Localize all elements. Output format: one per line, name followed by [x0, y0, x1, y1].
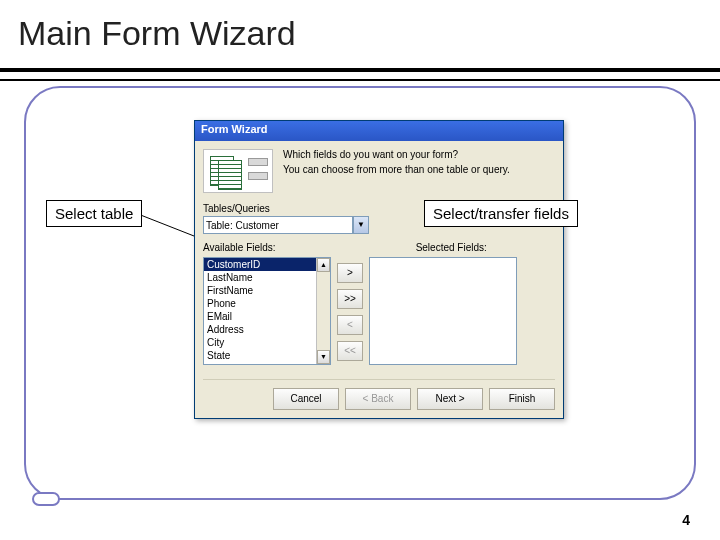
- callout-select-transfer: Select/transfer fields: [424, 200, 578, 227]
- callout-select-table: Select table: [46, 200, 142, 227]
- move-all-left-button[interactable]: <<: [337, 341, 363, 361]
- wizard-msg-line2: You can choose from more than one table …: [283, 164, 510, 175]
- form-wizard-dialog: Form Wizard Which fields do you want on …: [194, 120, 564, 419]
- scroll-down-icon[interactable]: ▼: [317, 350, 330, 364]
- list-item[interactable]: EMail: [204, 310, 330, 323]
- finish-button[interactable]: Finish: [489, 388, 555, 410]
- list-item[interactable]: City: [204, 336, 330, 349]
- list-item[interactable]: Address: [204, 323, 330, 336]
- list-item[interactable]: CustomerID: [204, 258, 330, 271]
- selected-fields-label: Selected Fields:: [416, 242, 487, 253]
- tables-queries-input[interactable]: [203, 216, 353, 234]
- wizard-icon: [203, 149, 273, 193]
- move-left-button[interactable]: <: [337, 315, 363, 335]
- mid-rule: [0, 79, 720, 81]
- wizard-message: Which fields do you want on your form? Y…: [283, 149, 510, 179]
- frame-tab: [32, 492, 60, 506]
- available-fields-listbox[interactable]: CustomerID LastName FirstName Phone EMai…: [203, 257, 331, 365]
- move-right-button[interactable]: >: [337, 263, 363, 283]
- scroll-up-icon[interactable]: ▲: [317, 258, 330, 272]
- chevron-down-icon[interactable]: ▼: [353, 216, 369, 234]
- back-button[interactable]: < Back: [345, 388, 411, 410]
- list-item[interactable]: State: [204, 349, 330, 362]
- slide-title: Main Form Wizard: [18, 14, 296, 53]
- page-number: 4: [682, 512, 690, 528]
- selected-fields-listbox[interactable]: [369, 257, 517, 365]
- list-item[interactable]: FirstName: [204, 284, 330, 297]
- titlebar: Form Wizard: [195, 121, 563, 141]
- list-item[interactable]: LastName: [204, 271, 330, 284]
- move-all-right-button[interactable]: >>: [337, 289, 363, 309]
- available-fields-label: Available Fields:: [203, 242, 276, 253]
- scrollbar[interactable]: ▲ ▼: [316, 258, 330, 364]
- list-item[interactable]: Phone: [204, 297, 330, 310]
- cancel-button[interactable]: Cancel: [273, 388, 339, 410]
- top-rule: [0, 68, 720, 72]
- next-button[interactable]: Next >: [417, 388, 483, 410]
- wizard-msg-line1: Which fields do you want on your form?: [283, 149, 510, 160]
